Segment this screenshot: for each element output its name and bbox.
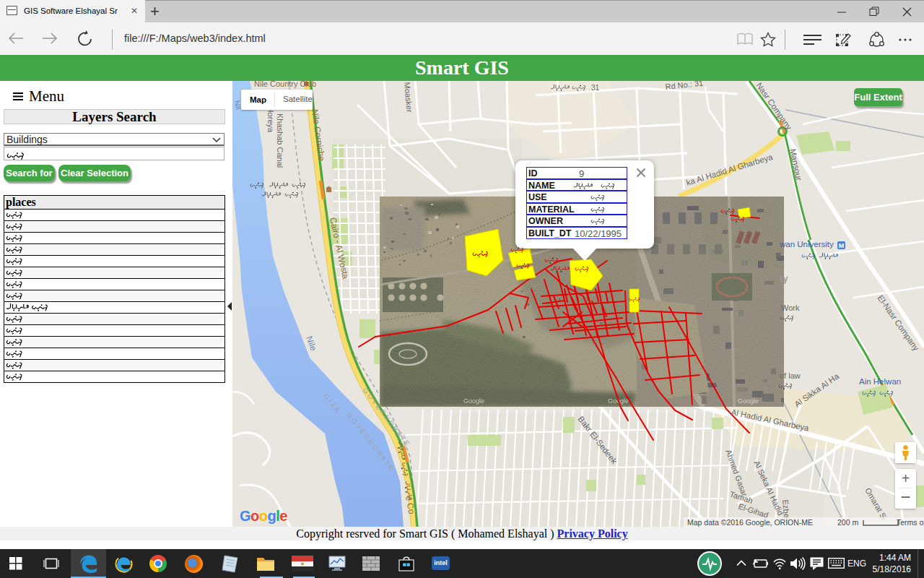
svg-text:of law: of law <box>780 371 801 380</box>
svg-text:31: 31 <box>591 84 600 92</box>
svg-text:Ain Helwan: Ain Helwan <box>859 377 901 386</box>
svg-text:Work: Work <box>781 303 800 312</box>
svg-text:M: M <box>839 242 845 249</box>
svg-text:ty: ty <box>780 273 788 284</box>
svg-text:Khashab Canal: Khashab Canal <box>276 113 284 168</box>
svg-text:wan University: wan University <box>779 240 834 249</box>
